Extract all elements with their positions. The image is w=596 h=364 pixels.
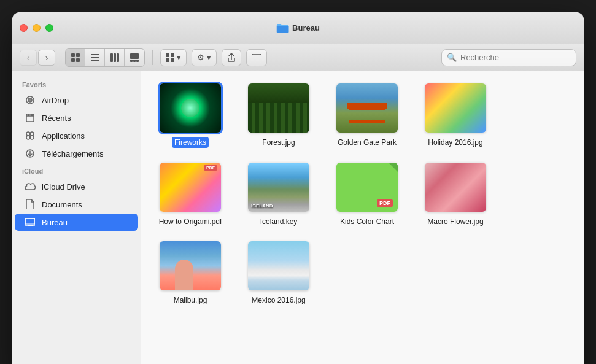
sidebar-item-airdrop-label: AirDrop [42,96,69,105]
file-label-how-to: How to Origami.pdf [157,216,225,227]
svg-rect-5 [91,57,99,58]
file-item-fireworks[interactable]: Fireworks [153,83,227,148]
file-thumbnail-kids-color [336,163,398,212]
file-thumbnail-how-to: PDF [160,163,221,212]
svg-point-28 [26,136,30,139]
svg-rect-10 [130,53,139,59]
file-label-mexico: Mexico 2016.jpg [249,295,308,306]
columns-icon [110,53,119,62]
file-thumbnail-fireworks [160,83,221,133]
svg-rect-6 [91,60,99,61]
sidebar-item-recents[interactable]: Récents [15,109,138,126]
pdf-badge-how-to: PDF [204,165,217,171]
gallery-icon [130,53,139,62]
sidebar-item-downloads-label: Téléchargements [42,149,103,158]
svg-rect-32 [25,218,35,224]
macro-thumb-image [425,163,486,212]
fireworks-thumb-image [160,83,221,133]
file-item-holiday[interactable]: Holiday 2016.jpg [419,83,492,148]
file-label-wrap-fireworks: Fireworks [153,136,227,148]
file-thumbnail-forest [248,83,309,133]
file-label-fireworks: Fireworks [172,137,209,148]
action-chevron: ▾ [207,53,211,62]
file-item-macro-flower[interactable]: Macro Flower.jpg [419,163,492,227]
file-label-golden-gate: Golden Gate Park [335,137,399,148]
file-item-mexico[interactable]: Mexico 2016.jpg [242,241,315,306]
file-label-wrap-golden-gate: Golden Gate Park [330,136,404,148]
search-bar[interactable]: 🔍 [441,49,576,66]
sidebar-item-downloads[interactable]: Téléchargements [15,145,138,162]
documents-icon [25,199,36,210]
label-icon [252,54,261,61]
minimize-button[interactable] [33,24,41,32]
file-item-forest[interactable]: Forest.jpg [242,83,315,148]
search-input[interactable] [460,53,571,62]
file-label-iceland: Iceland.key [258,216,300,227]
sidebar-item-applications[interactable]: Applications [15,127,138,144]
back-button[interactable]: ‹ [20,50,37,66]
action-button[interactable]: ⚙ ▾ [192,49,217,66]
file-item-malibu[interactable]: Malibu.jpg [153,241,227,306]
file-thumbnail-mexico [248,241,309,290]
sidebar-item-icloud-drive[interactable]: iCloud Drive [15,178,138,195]
mexico-thumb-image [248,241,309,290]
svg-rect-12 [133,60,136,62]
svg-rect-1 [76,53,80,57]
titlebar: Bureau [12,12,584,44]
golden-gate-thumb-image [336,83,398,133]
sidebar-item-documents[interactable]: Documents [15,196,138,213]
back-icon: ‹ [27,53,30,63]
svg-point-26 [26,132,30,136]
malibu-thumb-image [160,241,221,290]
sidebar: Favoris AirDrop [12,71,141,364]
svg-point-27 [30,132,34,136]
svg-rect-8 [114,53,116,62]
svg-rect-17 [171,58,174,62]
file-item-how-to[interactable]: PDF How to Origami.pdf [153,163,227,227]
sidebar-section-favoris: Favoris [12,76,141,91]
icon-view-button[interactable] [66,49,85,66]
sidebar-item-bureau[interactable]: Bureau [15,214,138,231]
main-content: Favoris AirDrop [12,71,584,364]
how-to-thumb-image: PDF [160,163,221,212]
list-view-button[interactable] [85,49,105,66]
label-button[interactable] [246,49,267,66]
svg-rect-3 [76,58,80,62]
window-title-area: Bureau [276,23,320,33]
icloud-drive-icon [25,181,36,192]
iceland-thumb-image [248,163,309,212]
sidebar-item-documents-label: Documents [42,200,82,209]
column-view-button[interactable] [105,49,125,66]
airdrop-icon [25,95,36,106]
file-label-forest: Forest.jpg [260,137,297,148]
navigation-buttons: ‹ › [20,50,55,66]
svg-rect-2 [71,58,75,62]
downloads-icon [25,148,36,159]
search-icon: 🔍 [447,53,457,62]
file-label-wrap-malibu: Malibu.jpg [153,294,227,306]
gallery-view-button[interactable] [125,49,144,66]
maximize-button[interactable] [45,24,53,32]
forward-button[interactable]: › [38,50,55,66]
svg-rect-22 [26,114,34,122]
svg-rect-11 [130,60,133,62]
kids-thumb-image [336,163,398,212]
file-label-wrap-mexico: Mexico 2016.jpg [242,294,315,306]
svg-rect-9 [117,53,119,62]
sort-button[interactable]: ▾ [160,49,187,66]
file-item-kids-color[interactable]: Kids Color Chart [330,163,404,227]
share-button[interactable] [222,49,241,66]
file-thumbnail-malibu [160,241,221,290]
window-title: Bureau [292,23,320,33]
file-item-iceland[interactable]: Iceland.key [242,163,315,227]
gear-icon: ⚙ [197,53,204,62]
file-thumbnail-iceland [248,163,309,212]
traffic-lights [20,24,53,32]
sidebar-section-icloud: iCloud [12,163,141,177]
file-thumbnail-golden-gate [336,83,398,133]
file-thumbnail-holiday [425,83,486,133]
sidebar-item-airdrop[interactable]: AirDrop [15,91,138,109]
close-button[interactable] [20,24,28,32]
file-item-golden-gate[interactable]: Golden Gate Park [330,83,404,148]
bureau-icon [25,217,36,228]
